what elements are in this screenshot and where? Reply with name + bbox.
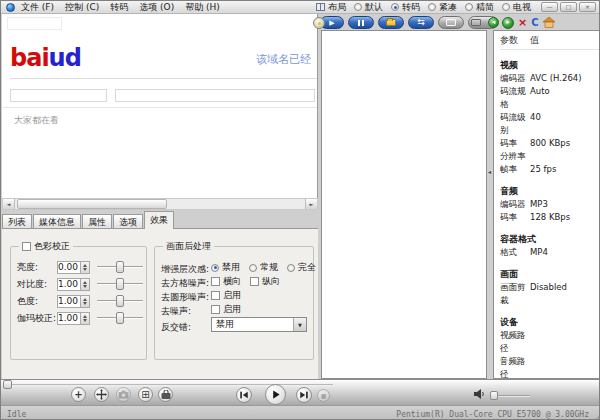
tab-effects[interactable]: 效果 (144, 211, 174, 229)
mode-radio-compact[interactable]: 紧凑 (428, 1, 457, 14)
spinner-arrows-icon[interactable] (80, 279, 89, 290)
folder-icon (386, 19, 396, 26)
page-divider (10, 78, 317, 79)
collapse-arrow-icon[interactable]: ◂ (488, 168, 491, 175)
scrollbar-thumb[interactable] (17, 199, 167, 209)
app-window: 文件 (F) 控制 (C) 转码 选项 (O) 帮助 (H) 布局 默认 转码 … (0, 0, 600, 420)
radio-icon (287, 264, 295, 272)
block-noise-h-checkbox[interactable]: 横向 (211, 275, 241, 288)
menu-transcode[interactable]: 转码 (110, 1, 128, 14)
folder-lock-icon (161, 390, 171, 400)
open-file-button[interactable] (378, 16, 404, 29)
layout-selector[interactable]: 布局 (316, 1, 346, 14)
mode-radio-minimal[interactable]: 精简 (465, 1, 494, 14)
preview-panel (321, 30, 487, 379)
pan-button[interactable] (94, 387, 109, 402)
layout-icon (316, 3, 325, 11)
home-button[interactable] (543, 17, 555, 28)
scroll-left-button[interactable]: ◄ (3, 199, 15, 209)
page-input-box-1[interactable] (10, 89, 107, 102)
convert-play-button[interactable]: ▶ (313, 16, 344, 29)
main-toolbar: ▶ ⇆ ◂ ▸ × C (309, 14, 600, 31)
deinterlace-select[interactable]: 禁用 ▼ (211, 317, 307, 332)
next-button[interactable] (296, 387, 312, 403)
slider-thumb[interactable] (116, 278, 124, 290)
brightness-slider[interactable] (97, 261, 143, 274)
slider-thumb[interactable] (116, 261, 124, 273)
spinner-arrows-icon[interactable] (80, 262, 89, 273)
gamma-spinner[interactable]: 1.00 (57, 312, 90, 325)
back-button[interactable]: ◂ (468, 16, 498, 29)
menu-file[interactable]: 文件 (F) (21, 1, 54, 14)
refresh-button[interactable]: C (531, 18, 538, 28)
snapshot-button[interactable] (116, 387, 131, 402)
enhance-full-radio[interactable]: 完全 (287, 261, 316, 274)
mode-radio-default[interactable]: 默认 (354, 1, 383, 14)
ring-noise-checkbox[interactable]: 启用 (211, 289, 241, 302)
menu-options[interactable]: 选项 (O) (139, 1, 174, 14)
param-row: 码流规格Auto (500, 85, 599, 111)
menu-bar: 文件 (F) 控制 (C) 转码 选项 (O) 帮助 (H) 布局 默认 转码 … (1, 1, 599, 14)
hue-spinner[interactable]: 1.00 (57, 295, 90, 308)
forward-button[interactable]: ▸ (502, 17, 514, 29)
scroll-right-button[interactable]: ► (305, 199, 317, 209)
enhance-normal-radio[interactable]: 常规 (249, 261, 278, 274)
slider-thumb[interactable] (116, 295, 124, 307)
hue-slider[interactable] (97, 295, 143, 308)
transfer-button[interactable]: ⇆ (408, 16, 434, 29)
play-button[interactable] (265, 384, 286, 405)
volume-button[interactable] (474, 389, 485, 401)
enhance-disable-radio[interactable]: 禁用 (211, 261, 240, 274)
color-correction-checkbox[interactable] (22, 242, 31, 251)
gamma-slider[interactable] (97, 312, 143, 325)
display-button[interactable] (438, 16, 464, 29)
volume-thumb[interactable] (490, 391, 498, 400)
section-audio: 音频 (500, 185, 599, 198)
mode-radio-transcode[interactable]: 转码 (391, 1, 420, 14)
page-section-title: 大家都在看 (14, 114, 59, 127)
previous-button[interactable] (236, 387, 252, 403)
stop-icon: ■ (321, 392, 327, 399)
layout-label: 布局 (328, 1, 346, 14)
contrast-spinner[interactable]: 1.00 (57, 278, 90, 291)
camera-icon (118, 390, 129, 399)
contrast-slider[interactable] (97, 278, 143, 291)
block-noise-v-checkbox[interactable]: 纵向 (250, 275, 280, 288)
scroll-right-icon: ► (310, 201, 314, 207)
next-icon (299, 390, 309, 400)
param-row: 分辨率 (500, 150, 599, 163)
delete-button[interactable]: × (518, 17, 527, 28)
status-state: Idle (7, 410, 26, 419)
menu-control[interactable]: 控制 (C) (65, 1, 99, 14)
maximize-button[interactable]: □ (560, 2, 577, 12)
menu-help[interactable]: 帮助 (H) (185, 1, 220, 14)
minimize-button[interactable]: — (541, 2, 558, 12)
stop-button[interactable]: ■ (317, 389, 330, 402)
webview-hscrollbar[interactable]: ◄ ► (2, 198, 318, 210)
mode-label: 精简 (476, 1, 494, 14)
spinner-arrows-icon[interactable] (80, 296, 89, 307)
resize-grip[interactable]: ◢ (595, 412, 600, 420)
param-row: 码率800 KBps (500, 137, 599, 150)
mode-radio-tv[interactable]: 电视 (502, 1, 531, 14)
page-input-box-2[interactable] (115, 89, 315, 102)
pause-button[interactable] (348, 16, 374, 29)
denoise-checkbox[interactable]: 启用 (211, 303, 241, 316)
param-row: 码率128 KBps (500, 211, 599, 224)
grid-view-button[interactable]: ⊞ (138, 387, 153, 402)
domain-link[interactable]: 该域名已经 (256, 52, 311, 67)
spinner-arrows-icon[interactable] (80, 313, 89, 324)
close-button[interactable]: × (579, 2, 596, 12)
left-tabs: 列表媒体信息属性选项效果 (2, 211, 318, 229)
seek-thumb[interactable] (3, 380, 12, 389)
capture-settings-button[interactable] (158, 387, 173, 402)
parameters-panel: 参数 值 视频 编码器AVC (H.264) 码流规格Auto 码流级别40 码… (493, 30, 600, 379)
brightness-spinner[interactable]: 0.00 (57, 261, 90, 274)
ring-noise-label: 去圆形噪声: (161, 291, 209, 304)
logo-part-blue: ud (49, 44, 81, 72)
spinner-value: 0.00 (58, 262, 80, 273)
slider-thumb[interactable] (116, 312, 124, 324)
zoom-in-button[interactable]: + (71, 387, 86, 402)
seek-slider[interactable] (3, 384, 333, 386)
post-processing-title: 画面后处理 (166, 240, 211, 253)
